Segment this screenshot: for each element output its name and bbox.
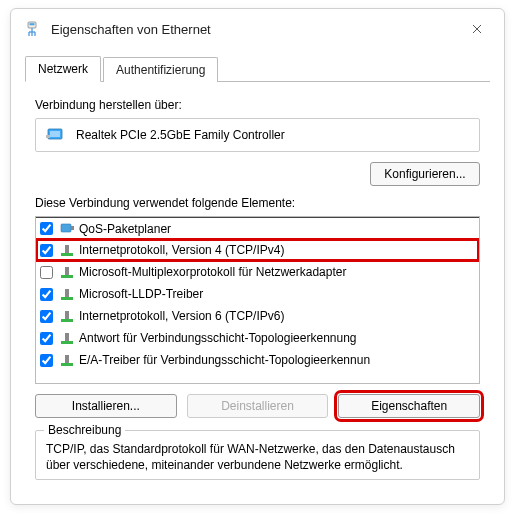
svg-rect-11 [61,297,73,300]
list-item-qos[interactable]: QoS-Paketplaner [36,217,479,239]
tab-network[interactable]: Netzwerk [25,56,101,82]
list-item-topology-responder[interactable]: Antwort für Verbindungsschicht-Topologie… [36,327,479,349]
adapter-name: Realtek PCIe 2.5GbE Family Controller [76,128,285,142]
checkbox-responder[interactable] [40,332,53,345]
protocol-listbox[interactable]: QoS-Paketplaner Internetprotokoll, Versi… [35,216,480,384]
list-item-label: Internetprotokoll, Version 6 (TCP/IPv6) [79,309,284,323]
list-item-label: Antwort für Verbindungsschicht-Topologie… [79,331,357,345]
configure-button[interactable]: Konfigurieren... [370,162,480,186]
protocol-icon [59,286,75,302]
ethernet-properties-window: Eigenschaften von Ethernet Netzwerk Auth… [10,8,505,505]
content-area: Netzwerk Authentifizierung Verbindung he… [11,49,504,500]
svg-rect-10 [65,267,69,275]
svg-rect-4 [46,135,50,138]
adapter-field: Realtek PCIe 2.5GbE Family Controller [35,118,480,152]
tab-strip: Netzwerk Authentifizierung [25,55,490,82]
connect-using-label: Verbindung herstellen über: [35,98,480,112]
description-title: Beschreibung [44,423,125,437]
checkbox-ipv6[interactable] [40,310,53,323]
install-button[interactable]: Installieren... [35,394,177,418]
list-item-label: QoS-Paketplaner [79,222,171,236]
svg-rect-15 [61,341,73,344]
titlebar: Eigenschaften von Ethernet [11,9,504,49]
svg-rect-7 [61,253,73,256]
list-item-topology-mapper[interactable]: E/A-Treiber für Verbindungsschicht-Topol… [36,349,479,371]
tab-panel-network: Verbindung herstellen über: Realtek PCIe… [25,82,490,490]
window-title: Eigenschaften von Ethernet [51,22,462,37]
svg-rect-3 [50,131,60,137]
close-button[interactable] [462,14,492,44]
svg-rect-5 [61,224,71,232]
svg-rect-18 [65,355,69,363]
protocol-icon [59,352,75,368]
description-text: TCP/IP, das Standardprotokoll für WAN-Ne… [46,441,469,473]
checkbox-multiplexor[interactable] [40,266,53,279]
properties-button[interactable]: Eigenschaften [338,394,480,418]
list-item-lldp[interactable]: Microsoft-LLDP-Treiber [36,283,479,305]
list-item-multiplexor[interactable]: Microsoft-Multiplexorprotokoll für Netzw… [36,261,479,283]
list-item-label: Internetprotokoll, Version 4 (TCP/IPv4) [79,243,284,257]
qos-icon [59,221,75,237]
protocol-icon [59,308,75,324]
elements-label: Diese Verbindung verwendet folgende Elem… [35,196,480,210]
list-item-label: E/A-Treiber für Verbindungsschicht-Topol… [79,353,370,367]
protocol-icon [59,330,75,346]
svg-rect-8 [65,245,69,253]
svg-rect-13 [61,319,73,322]
protocol-icon [59,264,75,280]
svg-rect-12 [65,289,69,297]
list-item-ipv6[interactable]: Internetprotokoll, Version 6 (TCP/IPv6) [36,305,479,327]
svg-rect-17 [61,363,73,366]
network-adapter-icon [23,20,41,38]
svg-rect-1 [30,23,35,25]
svg-rect-9 [61,275,73,278]
checkbox-mapper[interactable] [40,354,53,367]
svg-rect-14 [65,311,69,319]
checkbox-ipv4[interactable] [40,244,53,257]
list-item-label: Microsoft-LLDP-Treiber [79,287,203,301]
protocol-icon [59,242,75,258]
list-item-ipv4[interactable]: Internetprotokoll, Version 4 (TCP/IPv4) [36,239,479,261]
tab-auth[interactable]: Authentifizierung [103,57,218,82]
adapter-card-icon [44,125,68,145]
protocol-action-buttons: Installieren... Deinstallieren Eigenscha… [35,394,480,418]
checkbox-qos[interactable] [40,222,53,235]
svg-rect-6 [71,226,74,230]
uninstall-button: Deinstallieren [187,394,329,418]
checkbox-lldp[interactable] [40,288,53,301]
list-item-label: Microsoft-Multiplexorprotokoll für Netzw… [79,265,346,279]
description-groupbox: Beschreibung TCP/IP, das Standardprotoko… [35,430,480,480]
svg-rect-16 [65,333,69,341]
